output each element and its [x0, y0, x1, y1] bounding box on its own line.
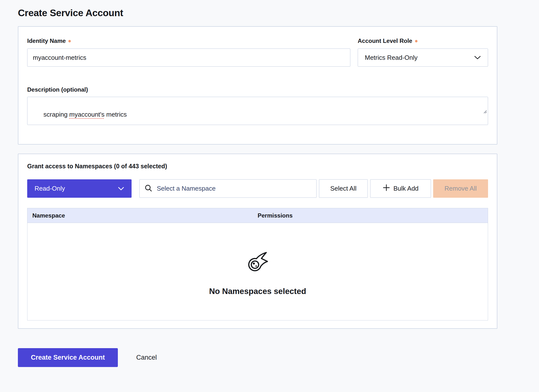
account-level-role-value: Metrics Read-Only — [365, 54, 417, 61]
required-dot — [68, 40, 71, 42]
description-textarea[interactable]: scraping myaccount's metrics — [27, 97, 488, 125]
account-level-role-field-group: Account Level Role Metrics Read-Only — [358, 37, 488, 67]
identity-name-field-group: Identity Name — [27, 37, 350, 67]
description-text: metrics — [105, 111, 127, 118]
comet-icon — [247, 251, 269, 273]
identity-name-input[interactable] — [27, 49, 350, 67]
remove-all-button[interactable]: Remove All — [433, 179, 488, 198]
permission-dropdown[interactable]: Read-Only — [27, 179, 132, 198]
column-header-namespace: Namespace — [27, 212, 258, 219]
namespace-search-input[interactable] — [156, 184, 311, 193]
bulk-add-button[interactable]: Bulk Add — [370, 179, 431, 198]
page-title: Create Service Account — [18, 0, 497, 18]
identity-card: Identity Name Account Level Role Metrics… — [18, 26, 497, 145]
account-level-role-select[interactable]: Metrics Read-Only — [358, 49, 488, 67]
search-icon — [145, 184, 152, 193]
namespaces-table: Namespace Permissions No Namespaces sele… — [27, 208, 488, 320]
cancel-button[interactable]: Cancel — [135, 354, 158, 362]
description-label: Description (optional) — [27, 86, 488, 93]
plus-icon — [383, 184, 390, 193]
identity-name-label: Identity Name — [27, 37, 350, 45]
description-text: scraping — [43, 111, 69, 118]
chevron-down-icon — [118, 185, 124, 192]
namespaces-card: Grant access to Namespaces (0 of 443 sel… — [18, 154, 497, 329]
namespaces-table-header: Namespace Permissions — [27, 208, 488, 223]
create-service-account-button[interactable]: Create Service Account — [18, 348, 118, 367]
select-all-button[interactable]: Select All — [319, 179, 368, 198]
textarea-resize-handle[interactable] — [469, 99, 487, 124]
description-misspelled-word: myaccount's — [69, 111, 105, 118]
chevron-down-icon — [474, 54, 481, 61]
form-footer: Create Service Account Cancel — [18, 348, 497, 367]
column-header-permissions: Permissions — [258, 212, 488, 219]
namespace-search-box[interactable] — [139, 179, 317, 198]
account-level-role-label: Account Level Role — [358, 37, 488, 45]
create-service-account-page: Create Service Account Identity Name Acc… — [18, 0, 497, 367]
namespaces-table-body: No Namespaces selected — [27, 223, 488, 320]
required-dot — [415, 40, 417, 42]
empty-state-message: No Namespaces selected — [209, 287, 306, 296]
namespaces-heading: Grant access to Namespaces (0 of 443 sel… — [27, 163, 488, 170]
permission-dropdown-value: Read-Only — [35, 185, 65, 192]
